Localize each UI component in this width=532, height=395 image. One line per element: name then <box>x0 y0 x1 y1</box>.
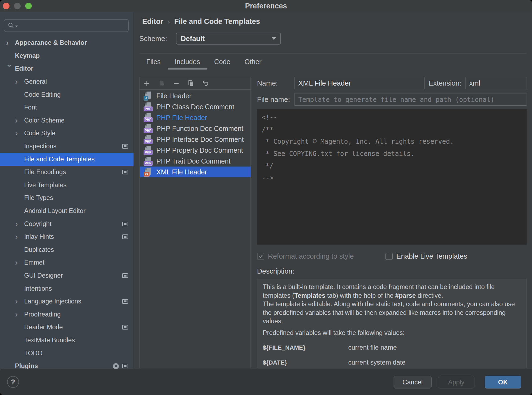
cancel-button[interactable]: Cancel <box>394 376 432 388</box>
template-item-php-file-header[interactable]: PHPPHP File Header <box>140 112 251 123</box>
variable-value: current file name <box>348 343 397 352</box>
chevron-expanded-icon[interactable]: › <box>6 65 14 74</box>
file-template-icon: PHP <box>144 135 153 144</box>
sidebar-item-duplicates[interactable]: ›Duplicates <box>0 243 134 256</box>
template-item-file-header[interactable]: JFile Header <box>140 90 251 101</box>
sidebar-item-reader-mode[interactable]: ›Reader Mode <box>0 321 134 334</box>
chevron-collapsed-icon[interactable]: › <box>6 39 15 47</box>
enable-live-templates-checkbox[interactable]: Enable Live Templates <box>385 252 467 261</box>
sidebar-item-label: Inspections <box>24 143 56 150</box>
sidebar-item-code-editing[interactable]: ›Code Editing <box>0 88 134 101</box>
create-child-template-button[interactable] <box>158 80 165 87</box>
template-filename-input[interactable] <box>294 93 527 106</box>
sidebar-item-general[interactable]: ›General <box>0 75 134 88</box>
ok-button[interactable]: OK <box>485 376 521 388</box>
template-code-editor[interactable]: <!--/** * Copyright © Magento, Inc. All … <box>257 109 527 245</box>
settings-sidebar: ›Appearance & Behavior›Keymap›Editor›Gen… <box>0 12 134 369</box>
chevron-collapsed-icon[interactable]: › <box>15 78 24 86</box>
breadcrumb-editor[interactable]: Editor <box>142 17 163 26</box>
description-label: Description: <box>257 267 527 275</box>
sidebar-item-label: Color Scheme <box>24 117 65 124</box>
sidebar-item-live-templates[interactable]: ›Live Templates <box>0 179 134 192</box>
sidebar-item-label: Reader Mode <box>24 324 63 331</box>
sidebar-item-label: Inlay Hints <box>24 233 54 240</box>
copy-template-button[interactable] <box>187 80 194 87</box>
sidebar-item-label: Appearance & Behavior <box>15 39 87 46</box>
window-title: Preferences <box>0 0 532 12</box>
chevron-collapsed-icon[interactable]: › <box>15 233 24 241</box>
help-button[interactable]: ? <box>7 376 19 388</box>
template-list: JFile HeaderPHPPHP Class Doc CommentPHPP… <box>140 90 251 368</box>
sidebar-item-textmate-bundles[interactable]: ›TextMate Bundles <box>0 334 134 347</box>
sidebar-item-plugins[interactable]: ›Plugins <box>0 360 134 369</box>
scheme-label: Scheme: <box>139 35 171 43</box>
title-bar: Preferences <box>0 0 532 12</box>
sidebar-item-label: TODO <box>24 350 42 357</box>
sidebar-item-file-types[interactable]: ›File Types <box>0 192 134 205</box>
sidebar-item-inlay-hints[interactable]: ›Inlay Hints <box>0 230 134 243</box>
template-item-php-class-doc-comment[interactable]: PHPPHP Class Doc Comment <box>140 101 251 112</box>
sidebar-item-color-scheme[interactable]: ›Color Scheme <box>0 114 134 127</box>
remove-template-button[interactable] <box>173 80 180 87</box>
sidebar-item-inspections[interactable]: ›Inspections <box>0 140 134 153</box>
template-item-php-interface-doc-comment[interactable]: PHPPHP Interface Doc Comment <box>140 134 251 145</box>
template-item-label: PHP Trait Doc Comment <box>156 157 230 165</box>
chevron-collapsed-icon[interactable]: › <box>15 129 24 137</box>
template-tabs: FilesIncludesCodeOther <box>146 56 276 70</box>
sidebar-item-file-and-code-templates[interactable]: ›File and Code Templates <box>0 153 134 166</box>
reformat-checkbox-label: Reformat according to style <box>268 252 354 261</box>
code-line: --> <box>262 172 522 184</box>
sidebar-item-font[interactable]: ›Font <box>0 101 134 114</box>
file-template-icon: <> <box>144 167 153 177</box>
settings-tree: ›Appearance & Behavior›Keymap›Editor›Gen… <box>0 36 134 369</box>
reformat-checkbox[interactable]: Reformat according to style <box>257 252 385 261</box>
sidebar-item-todo[interactable]: ›TODO <box>0 347 134 360</box>
sidebar-item-keymap[interactable]: ›Keymap <box>0 49 134 62</box>
checkbox-unchecked-icon <box>385 253 393 260</box>
preferences-window: Preferences ›Appearance & Behavior›Keyma… <box>0 0 532 395</box>
settings-search-input[interactable] <box>4 19 129 32</box>
tab-files[interactable]: Files <box>146 56 161 70</box>
scheme-select[interactable]: Default <box>176 33 281 45</box>
variable-name: ${DATE} <box>263 358 348 367</box>
sidebar-item-file-encodings[interactable]: ›File Encodings <box>0 166 134 179</box>
sidebar-item-label: Duplicates <box>24 246 54 253</box>
sidebar-item-copyright[interactable]: ›Copyright <box>0 217 134 230</box>
sidebar-item-emmet[interactable]: ›Emmet <box>0 256 134 269</box>
template-item-label: XML File Header <box>156 168 207 176</box>
template-extension-input[interactable] <box>465 77 527 89</box>
template-item-php-function-doc-comment[interactable]: PHPPHP Function Doc Comment <box>140 123 251 134</box>
sidebar-item-intentions[interactable]: ›Intentions <box>0 282 134 295</box>
breadcrumb-page-title: File and Code Templates <box>174 17 260 26</box>
footer-buttons: Cancel Apply OK <box>394 376 521 388</box>
code-line: * Copyright © Magento, Inc. All rights r… <box>262 136 522 148</box>
reset-to-default-button[interactable] <box>202 80 209 87</box>
sidebar-item-android-layout-editor[interactable]: ›Android Layout Editor <box>0 205 134 218</box>
sidebar-item-gui-designer[interactable]: ›GUI Designer <box>0 269 134 282</box>
tab-includes[interactable]: Includes <box>175 56 200 70</box>
sidebar-item-code-style[interactable]: ›Code Style <box>0 127 134 140</box>
search-options-caret-icon[interactable] <box>15 26 18 27</box>
chevron-collapsed-icon[interactable]: › <box>15 297 24 305</box>
sidebar-item-appearance-behavior[interactable]: ›Appearance & Behavior <box>0 36 134 49</box>
template-item-php-property-doc-comment[interactable]: PHPPHP Property Doc Comment <box>140 145 251 156</box>
chevron-collapsed-icon[interactable]: › <box>15 259 24 267</box>
sidebar-item-editor[interactable]: ›Editor <box>0 62 134 75</box>
template-item-php-trait-doc-comment[interactable]: PHPPHP Trait Doc Comment <box>140 156 251 167</box>
chevron-collapsed-icon[interactable]: › <box>15 311 24 318</box>
sidebar-item-proofreading[interactable]: ›Proofreading <box>0 308 134 321</box>
monitor-icon <box>122 364 128 368</box>
template-name-input[interactable] <box>294 77 425 89</box>
tab-other[interactable]: Other <box>245 56 262 70</box>
tab-code[interactable]: Code <box>214 56 230 70</box>
chevron-collapsed-icon[interactable]: › <box>15 117 24 124</box>
template-item-xml-file-header[interactable]: <>XML File Header <box>140 167 251 177</box>
file-template-icon: PHP <box>144 124 153 133</box>
add-template-button[interactable] <box>143 80 150 87</box>
monitor-icon <box>122 222 128 226</box>
apply-button[interactable]: Apply <box>438 376 474 388</box>
sidebar-item-label: Keymap <box>15 52 40 59</box>
sidebar-item-language-injections[interactable]: ›Language Injections <box>0 295 134 308</box>
chevron-collapsed-icon[interactable]: › <box>15 220 24 228</box>
file-template-icon: J <box>144 91 153 101</box>
